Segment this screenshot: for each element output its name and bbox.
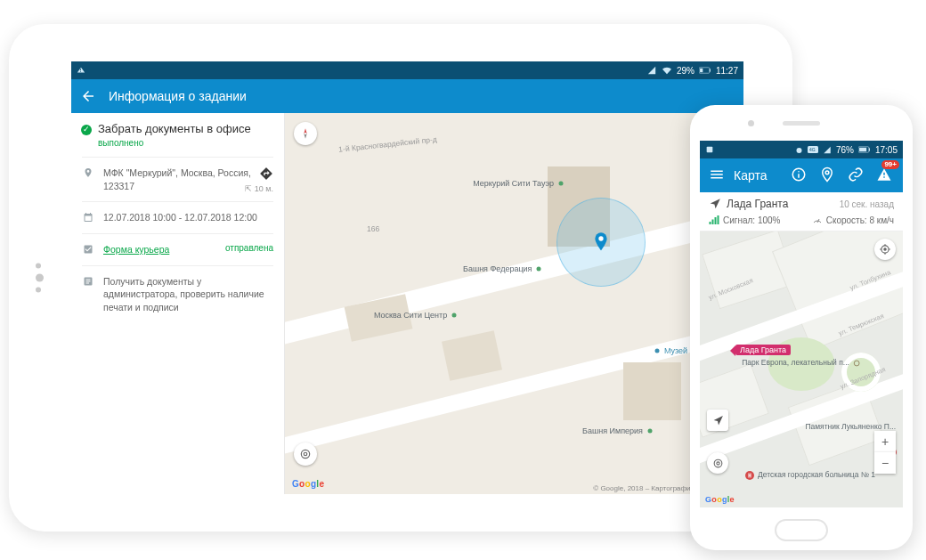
map-layer-button[interactable] <box>294 442 317 466</box>
road-label: 1-й Красногвардейский пр-д <box>338 134 437 154</box>
phone-status-bar: 4G 76% 17:05 <box>700 141 903 158</box>
poi-park[interactable]: Парк Европа, лекательный п... <box>742 359 861 368</box>
svg-rect-22 <box>710 222 711 224</box>
directions-button[interactable] <box>259 166 273 183</box>
tablet-screen: 29% 11:27 Информация о задании Забрать д… <box>71 61 743 494</box>
svg-rect-25 <box>718 215 719 224</box>
svg-rect-24 <box>715 217 717 224</box>
alerts-button[interactable]: 99+ <box>874 165 894 187</box>
info-icon <box>791 166 807 183</box>
google-logo: Google <box>705 495 735 504</box>
svg-point-27 <box>854 361 859 366</box>
tablet-frame: 29% 11:27 Информация о задании Забрать д… <box>9 24 792 532</box>
task-title: Забрать документы в офисе <box>82 122 273 135</box>
battery-pct: 29% <box>677 66 694 76</box>
svg-point-37 <box>716 461 719 464</box>
svg-point-36 <box>714 459 722 467</box>
pin-outline-icon <box>819 166 835 183</box>
phone-frame: 4G 76% 17:05 Карта 99+ <box>690 105 913 550</box>
center-unit-button[interactable] <box>707 410 728 431</box>
app-bar-title: Информация о задании <box>109 89 247 103</box>
task-form-section: Форма курьера отправлена <box>82 233 273 256</box>
tablet-status-bar: 29% 11:27 <box>71 61 743 79</box>
svg-point-10 <box>304 452 307 456</box>
app-bar-title: Карта <box>734 168 780 183</box>
menu-button[interactable] <box>709 166 725 185</box>
link-icon <box>848 166 864 183</box>
svg-point-8 <box>648 429 653 434</box>
task-form-status: отправлена <box>225 243 273 253</box>
signal-bars-icon <box>709 215 719 224</box>
signal-icon <box>646 66 657 75</box>
wifi-icon <box>662 66 672 75</box>
task-form-link[interactable]: Форма курьера <box>103 244 169 255</box>
signal-label: Сигнал: 100% <box>723 215 781 225</box>
svg-point-21 <box>825 170 829 174</box>
poi-imperia[interactable]: Башня Империя <box>582 426 654 435</box>
svg-point-3 <box>598 236 603 240</box>
phone-layer-button[interactable] <box>707 452 728 474</box>
poi-federation[interactable]: Башня Федерация <box>463 264 543 273</box>
google-logo: Google <box>292 479 324 489</box>
svg-point-7 <box>654 349 659 353</box>
map-pin-icon <box>594 232 608 252</box>
hamburger-icon <box>709 166 725 183</box>
task-distance: ⇱ 10 м. <box>245 184 273 193</box>
svg-rect-11 <box>707 147 713 153</box>
calendar-icon <box>82 211 94 223</box>
zoom-out-button[interactable]: − <box>874 452 896 474</box>
poi-monument[interactable]: Памятник Лукьяненко П... <box>805 423 896 431</box>
settings-status-icon <box>77 66 85 75</box>
poi-city-center[interactable]: Москва Сити Центр <box>374 311 459 320</box>
app-status-icon <box>705 145 714 154</box>
battery-pct: 76% <box>836 145 854 155</box>
tablet-body: Забрать документы в офисе выполнено МФК … <box>71 113 743 494</box>
svg-point-31 <box>884 248 886 250</box>
svg-point-12 <box>796 147 801 152</box>
attach-button[interactable] <box>846 165 865 187</box>
pin-icon <box>82 166 94 178</box>
info-button[interactable] <box>789 165 808 187</box>
task-status: выполнено <box>82 138 273 148</box>
my-location-button[interactable] <box>874 239 896 260</box>
poi-mercury[interactable]: Меркурий Сити Тауэр <box>473 179 565 188</box>
svg-point-4 <box>559 182 564 186</box>
task-address-section: МФК "Меркурий", Москва, Россия, 123317 ⇱… <box>82 157 273 192</box>
building-num: 166 <box>367 224 379 233</box>
battery-icon <box>699 67 711 74</box>
tablet-map[interactable]: 1-й Красногвардейский пр-д 166 Меркурий … <box>285 113 743 494</box>
check-icon <box>82 243 94 255</box>
vehicle-map-tag[interactable]: Лада Гранта <box>735 345 791 355</box>
task-datetime: 12.07.2018 10:00 - 12.07.2018 12:00 <box>103 211 273 224</box>
battery-icon <box>858 146 871 153</box>
gauge-icon <box>812 215 823 225</box>
svg-rect-16 <box>869 148 870 150</box>
navigation-icon <box>709 198 721 210</box>
clock: 17:05 <box>875 145 898 155</box>
phone-map[interactable]: ул. Толбухина ул. Темрюкская ул. Запоряд… <box>700 231 903 507</box>
svg-rect-17 <box>859 148 866 151</box>
tablet-app-bar: Информация о задании <box>71 79 743 113</box>
unit-info-row: Лада Гранта 10 сек. назад <box>700 192 903 213</box>
svg-point-5 <box>537 267 541 272</box>
task-description: Получить документы у администратора, про… <box>103 275 273 314</box>
tablet-bezel-dots <box>36 264 44 293</box>
zoom-in-button[interactable]: + <box>874 431 896 452</box>
phone-screen: 4G 76% 17:05 Карта 99+ <box>700 141 903 507</box>
compass-button[interactable] <box>294 122 317 145</box>
unit-stats-row: Сигнал: 100% Скорость: 8 км/ч <box>700 213 903 231</box>
svg-point-20 <box>798 170 800 172</box>
speed-label: Скорость: 8 км/ч <box>826 215 894 225</box>
svg-point-9 <box>301 450 309 458</box>
svg-point-6 <box>452 313 457 318</box>
phone-app-bar: Карта 99+ <box>700 158 903 192</box>
back-button[interactable] <box>80 88 96 104</box>
geofence-circle <box>556 198 646 287</box>
location-button[interactable] <box>817 165 837 187</box>
poi-hospital[interactable]: Детская городская больница № 1 <box>744 470 875 481</box>
task-info-panel: Забрать документы в офисе выполнено МФК … <box>71 113 285 494</box>
phone-home-button[interactable] <box>775 519 828 541</box>
task-datetime-section: 12.07.2018 10:00 - 12.07.2018 12:00 <box>82 201 273 224</box>
unit-name: Лада Гранта <box>727 198 834 210</box>
alarm-icon <box>795 146 803 154</box>
